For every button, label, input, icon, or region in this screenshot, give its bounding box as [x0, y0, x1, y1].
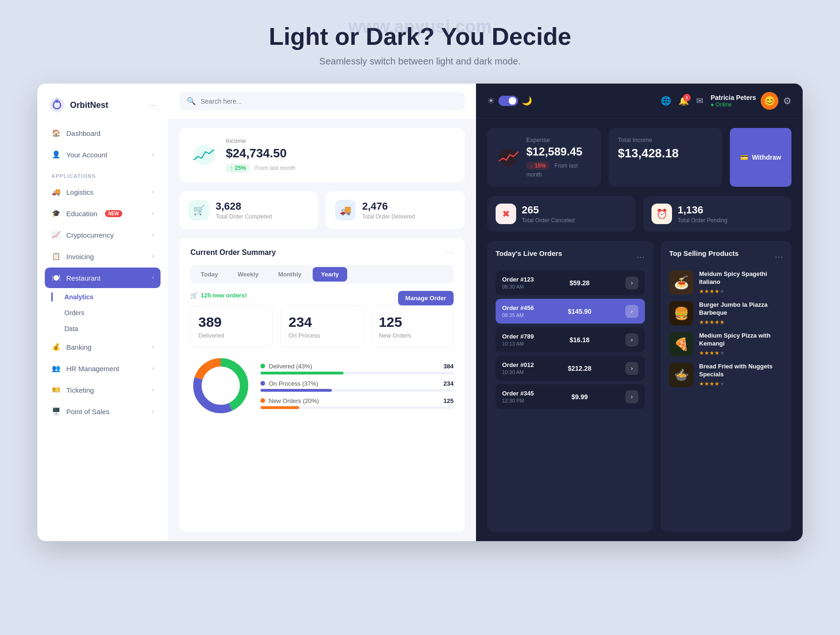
applications-label: APPLICATIONS: [45, 166, 161, 182]
dashboard-wrapper: OrbitNest ⋯ 🏠 Dashboard 👤 Your Account ›…: [37, 84, 803, 541]
new-orders-badge: 🛒 125 new orders!: [190, 292, 247, 299]
theme-toggle[interactable]: ☀ 🌙: [487, 96, 532, 106]
order-345-left: Order #345 12:30 PM: [502, 390, 534, 403]
withdraw-btn[interactable]: 💳 Withdraw: [730, 128, 791, 187]
sidebar-item-education[interactable]: 🎓 Education NEW ›: [45, 203, 161, 224]
globe-icon[interactable]: 🌐: [661, 96, 671, 106]
sidebar-item-account[interactable]: 👤 Your Account ›: [45, 144, 161, 165]
bell-icon[interactable]: 🔔 1: [679, 96, 689, 106]
dark-lower: Today's Live Orders ⋯ Order #123 08:30 A…: [487, 241, 791, 532]
order-123-time: 08:30 AM: [502, 284, 534, 289]
sidebar-dots[interactable]: ⋯: [148, 100, 157, 110]
subnav-analytics[interactable]: Analytics: [58, 289, 161, 305]
sidebar-item-pos[interactable]: 🖥️ Point of Sales ›: [45, 401, 161, 422]
order-789-arrow[interactable]: ›: [625, 333, 638, 346]
order-summary-header: Current Order Summary ⋯: [190, 247, 454, 258]
live-orders-dots[interactable]: ⋯: [637, 252, 645, 262]
total-income-card: Total Income $13,428.18: [609, 128, 722, 187]
legend-new-label-row: New Orders (20%): [260, 397, 319, 404]
order-summary-dots[interactable]: ⋯: [445, 247, 454, 258]
pos-icon: 🖥️: [51, 407, 61, 416]
restaurant-subnav: Analytics Orders Data: [45, 289, 161, 337]
analytics-label: Analytics: [64, 293, 93, 301]
top-products-dots[interactable]: ⋯: [775, 252, 783, 262]
product-stars-0: ★★★★★: [699, 288, 783, 295]
order-012-price: $212.28: [568, 365, 592, 372]
income-badge-sub: From last month: [255, 165, 295, 171]
subnav-orders[interactable]: Orders: [58, 305, 161, 321]
dark-stats-row: Expense $12,589.45 ↓ 15% From last month…: [487, 128, 791, 187]
down-arrow-icon: ↓: [530, 162, 533, 169]
tab-today[interactable]: Today: [192, 267, 226, 282]
order-item-789[interactable]: Order #789 10:13 AM $16.18 ›: [496, 327, 645, 352]
order-item-345[interactable]: Order #345 12:30 PM $9.99 ›: [496, 384, 645, 409]
top-products-header: Top Selling Products ⋯: [669, 249, 783, 264]
sidebar-item-banking[interactable]: 💰 Banking ›: [45, 337, 161, 357]
restaurant-arrow: ›: [152, 275, 154, 281]
invoicing-label: Invoicing: [66, 253, 94, 261]
sidebar-item-invoicing[interactable]: 📋 Invoicing ›: [45, 246, 161, 267]
completed-info: 3,628 Total Order Completed: [216, 200, 272, 220]
order-item-123[interactable]: Order #123 08:30 AM $59.28 ›: [496, 270, 645, 295]
sidebar-item-ticketing[interactable]: 🎫 Ticketing ›: [45, 380, 161, 400]
top-products-panel: Top Selling Products ⋯ 🍝 Meidum Spicy Sp…: [661, 241, 791, 532]
mail-icon[interactable]: ✉: [696, 96, 703, 106]
order-item-012[interactable]: Order #012 10:30 AM $212.28 ›: [496, 356, 645, 381]
product-stars-3: ★★★★★: [699, 381, 783, 387]
sidebar-item-hr[interactable]: 👥 HR Management ›: [45, 358, 161, 379]
order-345-price: $9.99: [571, 393, 588, 401]
tab-monthly[interactable]: Monthly: [270, 267, 310, 282]
expense-badge: ↓ 15%: [526, 162, 550, 170]
legend-delivered-top: Delivered (43%) 384: [260, 363, 454, 370]
completed-label: Total Order Completed: [216, 213, 272, 220]
subnav-data[interactable]: Data: [58, 321, 161, 337]
order-456-price: $145.90: [568, 308, 592, 315]
order-789-id: Order #789: [502, 333, 534, 340]
product-item-0: 🍝 Meidum Spicy Spagethi Italiano ★★★★★: [669, 270, 783, 295]
sidebar-item-restaurant[interactable]: 🍽️ Restaurant ›: [45, 268, 161, 288]
stat-card-completed: 🛒 3,628 Total Order Completed: [179, 191, 318, 229]
pos-label: Point of Sales: [66, 408, 110, 416]
tab-weekly[interactable]: Weekly: [229, 267, 267, 282]
expense-value: $12,589.45: [526, 145, 592, 158]
order-123-arrow[interactable]: ›: [625, 276, 638, 289]
delivered-icon: 🚚: [335, 200, 356, 220]
pending-info: 1,136 Total Order Pending: [678, 204, 728, 224]
order-345-arrow[interactable]: ›: [625, 390, 638, 403]
order-789-price: $16.18: [570, 336, 590, 344]
new-progress: [260, 406, 454, 409]
main-light-panel: 🔍 Income $2: [168, 84, 476, 541]
pending-num: 1,136: [678, 204, 728, 216]
hr-icon: 👥: [51, 364, 61, 373]
ticketing-label: Ticketing: [66, 386, 94, 394]
live-orders-title: Today's Live Orders: [496, 249, 562, 257]
toggle-track[interactable]: [498, 96, 518, 106]
tabs-row: Today Weekly Monthly Yearly: [190, 265, 454, 283]
search-box[interactable]: 🔍: [179, 92, 465, 110]
tab-yearly[interactable]: Yearly: [313, 267, 347, 282]
user-avatar: 😊: [761, 92, 778, 110]
sidebar-item-dashboard[interactable]: 🏠 Dashboard: [45, 123, 161, 143]
settings-icon[interactable]: ⚙: [783, 95, 791, 106]
notif-badge: 1: [683, 94, 691, 101]
search-input[interactable]: [201, 98, 457, 105]
logistics-label: Logistics: [66, 188, 93, 196]
legend-new: New Orders (20%) 125: [260, 397, 454, 409]
manage-order-btn[interactable]: Manage Order: [398, 291, 454, 305]
delivered-progress: [260, 372, 454, 374]
order-456-arrow[interactable]: ›: [625, 305, 638, 318]
crypto-arrow: ›: [152, 232, 154, 238]
sidebar-item-cryptocurrency[interactable]: 📈 Cryptocurrency ›: [45, 225, 161, 245]
orders-action-row: 🛒 125 new orders! Manage Order: [190, 291, 454, 305]
education-badge: NEW: [105, 210, 122, 217]
order-item-456[interactable]: Order #456 08:35 AM $145.90 ›: [496, 299, 645, 324]
crypto-label: Cryptocurrency: [66, 231, 114, 239]
wallet-icon: 💳: [740, 154, 748, 161]
product-stars-2: ★★★★★: [699, 350, 783, 356]
data-label: Data: [64, 325, 78, 332]
sidebar-item-logistics[interactable]: 🚚 Logistics ›: [45, 182, 161, 202]
product-img-3: 🍲: [669, 363, 693, 387]
restaurant-label: Restaurant: [66, 274, 100, 282]
account-icon: 👤: [51, 150, 61, 159]
order-012-arrow[interactable]: ›: [625, 362, 638, 375]
